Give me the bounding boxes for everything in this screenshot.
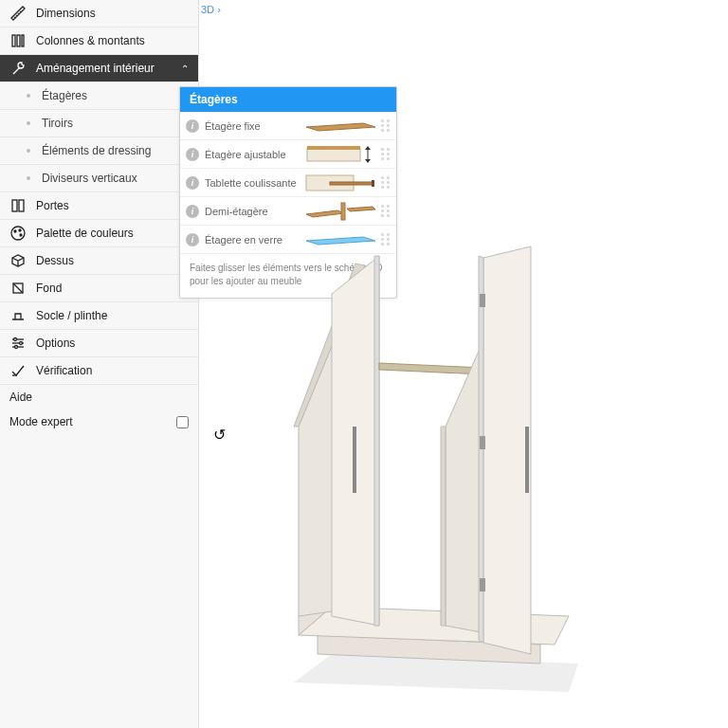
svg-point-16 — [15, 346, 18, 349]
wrench-icon — [9, 60, 27, 77]
menu-options[interactable]: Options — [0, 330, 198, 357]
menu-columns-label: Colonnes & montants — [36, 34, 189, 47]
svg-rect-3 — [12, 200, 17, 211]
submenu-drawers[interactable]: Tiroirs — [0, 110, 198, 137]
menu-base[interactable]: Socle / plinthe — [0, 302, 198, 330]
top-icon — [9, 252, 27, 269]
dot-icon — [27, 176, 30, 180]
info-icon[interactable]: i — [186, 205, 199, 218]
submenu-dividers-label: Diviseurs verticaux — [42, 172, 137, 185]
sidebar: Dimensions Colonnes & montants Aménageme… — [0, 0, 199, 728]
menu-top[interactable]: Dessus — [0, 247, 198, 275]
menu-palette-label: Palette de couleurs — [36, 227, 189, 240]
menu-help[interactable]: Aide — [0, 385, 198, 410]
svg-marker-40 — [379, 363, 483, 374]
base-icon — [9, 307, 27, 324]
submenu-shelves-label: Étagères — [42, 89, 87, 102]
menu-interior-label: Aménagement intérieur — [36, 62, 181, 75]
svg-rect-2 — [22, 35, 24, 46]
menu-back[interactable]: Fond — [0, 275, 198, 302]
svg-point-15 — [20, 342, 23, 345]
doors-icon — [9, 197, 27, 214]
submenu-dressing-label: Éléments de dressing — [42, 144, 151, 157]
menu-top-label: Dessus — [36, 254, 189, 267]
svg-point-6 — [14, 230, 16, 232]
menu-columns[interactable]: Colonnes & montants — [0, 27, 198, 55]
menu-dimensions[interactable]: Dimensions — [0, 0, 198, 27]
svg-point-5 — [11, 227, 25, 240]
svg-point-8 — [20, 234, 22, 236]
menu-verification-label: Vérification — [36, 364, 189, 377]
info-icon[interactable]: i — [186, 119, 199, 133]
menu-back-label: Fond — [36, 282, 189, 295]
menu-options-label: Options — [36, 337, 189, 350]
menu-doors-label: Portes — [36, 199, 181, 212]
submenu-shelves[interactable]: Étagères — [0, 82, 198, 110]
svg-rect-45 — [480, 294, 485, 307]
menu-doors[interactable]: Portes ⌄ — [0, 192, 198, 220]
dot-icon — [27, 94, 30, 98]
options-icon — [9, 335, 27, 352]
submenu-dividers[interactable]: Diviseurs verticaux — [0, 165, 198, 192]
svg-rect-0 — [12, 35, 15, 46]
info-icon[interactable]: i — [186, 233, 199, 246]
menu-palette[interactable]: Palette de couleurs — [0, 220, 198, 247]
svg-rect-4 — [19, 200, 24, 211]
dot-icon — [27, 149, 30, 153]
columns-icon — [9, 32, 27, 49]
breadcrumb-3d[interactable]: 3D — [201, 4, 214, 15]
back-icon — [9, 280, 27, 297]
menu-verification[interactable]: Vérification — [0, 357, 198, 385]
breadcrumb: 3D › — [201, 4, 221, 15]
dot-icon — [27, 121, 30, 125]
breadcrumb-sep: › — [217, 4, 221, 15]
menu-expert-label: Mode expert — [9, 415, 73, 428]
expert-checkbox[interactable] — [176, 416, 189, 428]
svg-rect-47 — [480, 578, 485, 592]
svg-point-7 — [19, 229, 21, 231]
svg-point-14 — [14, 338, 17, 341]
furniture-3d-view — [199, 19, 728, 728]
svg-rect-1 — [17, 35, 20, 46]
info-icon[interactable]: i — [186, 148, 199, 161]
menu-interior[interactable]: Aménagement intérieur ⌃ — [0, 55, 198, 82]
svg-marker-42 — [441, 427, 446, 626]
menu-dimensions-label: Dimensions — [36, 7, 189, 20]
info-icon[interactable]: i — [186, 176, 199, 190]
check-icon — [9, 362, 27, 379]
chevron-up-icon: ⌃ — [181, 64, 189, 74]
submenu-drawers-label: Tiroirs — [42, 117, 73, 130]
svg-marker-38 — [374, 256, 379, 626]
ruler-icon — [9, 5, 27, 22]
menu-base-label: Socle / plinthe — [36, 309, 189, 322]
svg-line-10 — [13, 283, 23, 293]
submenu-dressing[interactable]: Éléments de dressing — [0, 137, 198, 165]
menu-help-label: Aide — [9, 391, 32, 404]
svg-rect-46 — [480, 436, 485, 449]
svg-marker-43 — [483, 246, 531, 654]
palette-icon — [9, 225, 27, 242]
3d-canvas[interactable] — [199, 19, 728, 728]
menu-expert: Mode expert — [0, 410, 198, 434]
